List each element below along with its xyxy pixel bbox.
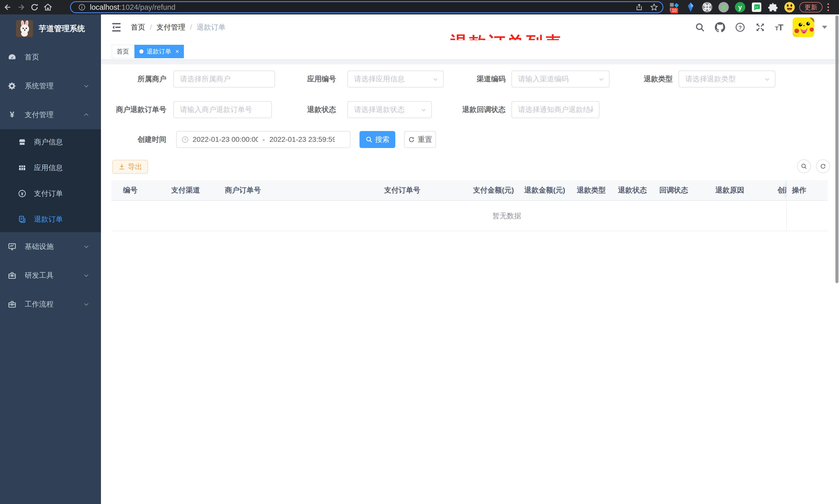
export-button[interactable]: 导出: [112, 160, 148, 174]
column-header-pay-order-no[interactable]: 支付订单号: [379, 180, 468, 200]
select-arrow-icon: [432, 76, 439, 83]
chrome-update-label: 更新: [804, 3, 817, 12]
svg-text:¥: ¥: [10, 110, 14, 119]
extension-kite-icon[interactable]: [685, 2, 696, 13]
extension-y-icon[interactable]: y: [734, 2, 746, 13]
extensions-strip: 10 y: [668, 0, 795, 14]
refund-type-select-input[interactable]: [679, 71, 775, 87]
toolbox-icon: [8, 271, 17, 280]
chevron-down-icon: [83, 83, 90, 89]
column-header-refund-amount[interactable]: 退款金额(元): [519, 180, 572, 200]
column-header-refund-reason[interactable]: 退款原因: [710, 180, 772, 200]
sidebar-item-pay[interactable]: ¥ 支付管理: [0, 101, 101, 129]
user-avatar[interactable]: [793, 18, 814, 37]
sidebar-item-pay-order[interactable]: ¥ 支付订单: [0, 181, 101, 206]
date-start-value[interactable]: 2022-01-23 00:00:00: [193, 136, 258, 144]
bookmark-star-icon[interactable]: [650, 3, 658, 11]
sidebar-item-system[interactable]: 系统管理: [0, 72, 101, 101]
refund-status-select-input[interactable]: [348, 102, 431, 118]
column-header-merchant-order-no[interactable]: 商户订单号: [220, 180, 379, 200]
create-time-range-picker[interactable]: 2022-01-23 00:00:00 - 2022-01-23 23:59:5…: [176, 131, 351, 148]
top-navbar: 首页 / 支付管理 / 退款订单 退款订单列表 ? TT: [101, 14, 839, 40]
chrome-menu-button[interactable]: [825, 3, 832, 12]
help-button[interactable]: ?: [735, 22, 745, 32]
date-end-value[interactable]: 2022-01-23 23:59:59: [269, 136, 335, 144]
sidebar-item-refund-order[interactable]: 退款订单: [0, 206, 101, 232]
sidebar-item-app-info[interactable]: 应用信息: [0, 155, 101, 181]
table-header-row: 编号 支付渠道 商户订单号 支付订单号 支付金额(元) 退款金额(元) 退款类型…: [111, 180, 828, 201]
address-bar[interactable]: localhost:1024/pay/refund: [70, 1, 663, 13]
merchant-refund-no-field[interactable]: [173, 101, 272, 118]
column-header-callback-status[interactable]: 回调状态: [654, 180, 710, 200]
column-header-pay-channel[interactable]: 支付渠道: [166, 180, 220, 200]
column-header-refund-type[interactable]: 退款类型: [572, 180, 613, 200]
notify-status-select[interactable]: [512, 101, 600, 118]
search-icon: [695, 22, 705, 32]
sidebar-item-label: 工作流程: [25, 299, 54, 309]
tag-refund-order[interactable]: 退款订单 ×: [135, 45, 184, 58]
extension-emoji-icon[interactable]: [784, 2, 795, 13]
column-header-actions: 操作: [786, 180, 828, 200]
tag-home[interactable]: 首页: [112, 45, 134, 58]
sidebar: 芋道管理系统 首页 系统管理 ¥ 支付管理 商户信息 应用信息 ¥ 支付订单: [0, 14, 101, 504]
filter-label-channel: 渠道编码: [453, 71, 505, 88]
browser-back-button[interactable]: [2, 2, 13, 13]
sidebar-item-workflow[interactable]: 工作流程: [0, 290, 101, 319]
table-search-toggle-button[interactable]: [797, 159, 811, 173]
breadcrumb-home[interactable]: 首页: [131, 22, 145, 32]
notify-status-select-input[interactable]: [512, 102, 599, 118]
channel-select-input[interactable]: [512, 71, 609, 87]
extension-green-dot-icon[interactable]: [718, 2, 729, 13]
table-refresh-button[interactable]: [816, 159, 830, 173]
extension-mosaic-icon[interactable]: 10: [668, 2, 680, 13]
page-info-icon[interactable]: [78, 3, 86, 11]
fullscreen-button[interactable]: [755, 22, 765, 32]
window-scrollbar[interactable]: [835, 15, 838, 283]
tag-close-icon[interactable]: ×: [175, 48, 179, 55]
browser-home-button[interactable]: [42, 2, 54, 13]
extension-chat-icon[interactable]: [751, 2, 762, 13]
share-icon[interactable]: [635, 3, 643, 11]
document-copy-icon: [18, 215, 26, 223]
channel-select[interactable]: [512, 71, 610, 88]
search-button[interactable]: 搜索: [359, 131, 395, 148]
reset-button[interactable]: 重置: [404, 131, 436, 148]
merchant-refund-no-input[interactable]: [174, 102, 271, 118]
navbar-actions: ? TT: [695, 14, 827, 40]
refund-status-select[interactable]: [347, 101, 432, 118]
merchant-select[interactable]: [173, 71, 275, 88]
export-button-label: 导出: [128, 162, 142, 172]
sidebar-item-label: 首页: [25, 52, 39, 62]
refund-type-select[interactable]: [679, 71, 775, 88]
table-empty-block: 暂无数据: [111, 201, 828, 231]
sidebar-toggle-icon[interactable]: [110, 21, 123, 34]
column-header-create-time-clipped[interactable]: 创建时间: [772, 180, 786, 200]
sidebar-item-label: 应用信息: [34, 163, 63, 173]
sidebar-item-infra[interactable]: 基础设施: [0, 232, 101, 261]
sidebar-logo-row[interactable]: 芋道管理系统: [0, 14, 101, 43]
browser-forward-button[interactable]: [15, 2, 27, 13]
column-header-id[interactable]: 编号: [111, 180, 166, 200]
app-select[interactable]: [347, 71, 444, 88]
sidebar-item-merchant-info[interactable]: 商户信息: [0, 129, 101, 155]
app-window: localhost:1024/pay/refund 10 y: [0, 0, 839, 504]
column-header-refund-status[interactable]: 退款状态: [613, 180, 654, 200]
header-search-button[interactable]: [695, 22, 705, 32]
merchant-input[interactable]: [174, 71, 274, 87]
github-link[interactable]: [715, 22, 725, 32]
refresh-icon: [820, 163, 826, 169]
forward-icon: [17, 3, 25, 12]
sidebar-item-dev-tools[interactable]: 研发工具: [0, 261, 101, 290]
filter-label-refund-status: 退款状态: [283, 101, 336, 118]
avatar-caret-icon[interactable]: [822, 26, 827, 29]
app-select-input[interactable]: [348, 71, 443, 87]
breadcrumb-pay[interactable]: 支付管理: [157, 22, 185, 32]
sidebar-item-label: 支付订单: [34, 189, 63, 198]
font-size-icon[interactable]: TT: [775, 22, 783, 32]
chrome-update-button[interactable]: 更新: [799, 2, 822, 12]
browser-reload-button[interactable]: [29, 2, 40, 13]
extensions-puzzle-icon[interactable]: [767, 2, 779, 13]
sidebar-item-home[interactable]: 首页: [0, 43, 101, 72]
extension-command-icon[interactable]: [701, 2, 713, 13]
column-header-pay-amount[interactable]: 支付金额(元): [468, 180, 519, 200]
